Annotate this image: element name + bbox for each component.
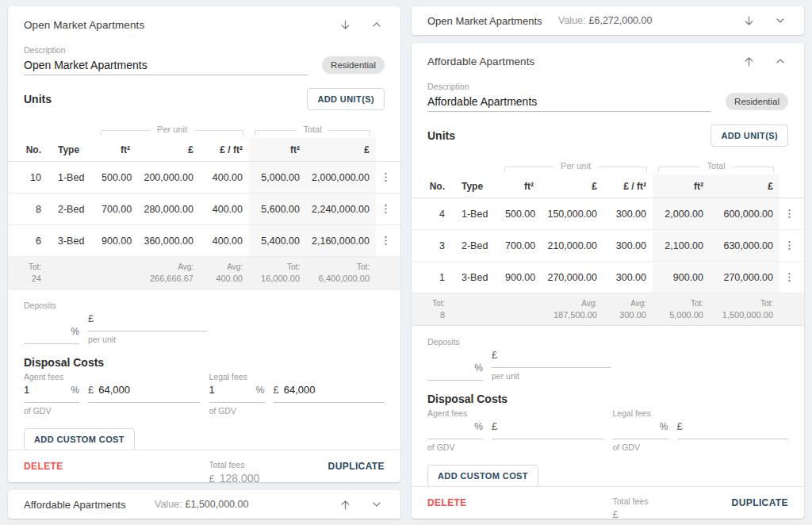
description-label: Description — [24, 45, 308, 55]
duplicate-button[interactable]: DUPLICATE — [732, 497, 788, 508]
percent-suffix: % — [660, 421, 668, 432]
card-body: Description Residential Units ADD UNIT(S… — [412, 71, 804, 486]
duplicate-button[interactable]: DUPLICATE — [328, 461, 385, 472]
units-table: Per unit Total No. Type ft² £ £ / ft² ft… — [412, 155, 804, 326]
pound-prefix: £ — [274, 384, 279, 396]
disposal-costs-heading: Disposal Costs — [24, 356, 104, 369]
description-input[interactable] — [24, 57, 308, 75]
unit-price: 200,000.00 — [136, 172, 200, 183]
col-price-per-ft2: £ / ft² — [200, 144, 249, 155]
move-down-icon[interactable] — [337, 17, 353, 33]
pound-prefix: £ — [88, 384, 94, 396]
chevron-down-icon[interactable] — [369, 496, 385, 512]
card-footer: DELETE DUPLICATE — [8, 450, 400, 482]
unit-price: 280,000.00 — [136, 204, 200, 215]
col-type: Type — [48, 144, 95, 155]
unit-total-ft2: 900.00 — [653, 262, 710, 293]
unit-total-ft2: 5,600.00 — [249, 194, 306, 224]
unit-type: 2-Bed — [48, 204, 95, 215]
card-footer: DELETE DUPLICATE — [412, 486, 804, 519]
move-down-icon[interactable] — [741, 13, 756, 29]
unit-total-price: 270,000.00 — [710, 262, 779, 293]
legal-fees-group: Legal fees % of GDV £ — [613, 408, 789, 452]
deposits-amount-input[interactable] — [502, 349, 611, 361]
description-label: Description — [427, 82, 711, 91]
deposits-amount-input[interactable] — [98, 312, 207, 324]
move-up-icon[interactable] — [741, 53, 756, 69]
card-body: Description Residential Units ADD UNIT(S… — [8, 34, 400, 450]
legal-fees-percent-input[interactable] — [613, 420, 655, 432]
delete-button[interactable]: DELETE — [427, 497, 467, 508]
unit-row: 1 3-Bed 900.00 270,000.00 300.00 900.00 … — [412, 262, 804, 293]
row-menu-icon[interactable] — [376, 225, 396, 256]
delete-button[interactable]: DELETE — [24, 461, 63, 472]
agent-fees-label: Agent fees — [427, 408, 603, 418]
unit-total-price: 2,160,000.00 — [306, 225, 376, 256]
per-unit-group-header: Per unit — [101, 130, 243, 136]
residential-badge: Residential — [726, 93, 788, 110]
of-gdv-hint: of GDV — [613, 443, 668, 452]
col-ft2: ft² — [499, 181, 540, 192]
unit-total-price: 630,000.00 — [710, 230, 779, 261]
move-up-icon[interactable] — [337, 496, 353, 512]
add-custom-cost-button[interactable]: ADD CUSTOM COST — [24, 428, 135, 450]
chevron-down-icon[interactable] — [772, 13, 788, 29]
unit-type: 1-Bed — [48, 172, 95, 183]
percent-suffix: % — [256, 385, 265, 396]
add-units-button[interactable]: ADD UNIT(S) — [710, 125, 788, 147]
add-custom-cost-button[interactable]: ADD CUSTOM COST — [427, 465, 538, 487]
chevron-up-icon[interactable] — [772, 53, 788, 69]
percent-suffix: % — [71, 326, 79, 337]
table-column-headers: No. Type ft² £ £ / ft² ft² £ — [412, 174, 804, 198]
total-group-header: Total — [658, 167, 774, 172]
agent-fees-amount-input[interactable] — [98, 384, 199, 396]
affordable-collapsed-card[interactable]: Affordable Apartments Value: £1,500,000.… — [8, 490, 400, 519]
col-total-price: £ — [306, 138, 376, 161]
unit-no: 10 — [8, 172, 48, 183]
col-total-price: £ — [710, 174, 779, 197]
col-price-per-ft2: £ / ft² — [603, 181, 653, 192]
legal-fees-amount-input[interactable] — [688, 420, 788, 432]
pound-prefix: £ — [88, 312, 94, 324]
unit-total-price: 600,000.00 — [710, 198, 779, 229]
right-column: Open Market Apartments Value: £6,272,000… — [412, 6, 804, 519]
legal-fees-amount-input[interactable] — [284, 384, 385, 396]
chevron-up-icon[interactable] — [369, 17, 385, 33]
unit-ft2: 500.00 — [499, 209, 540, 220]
of-gdv-hint: of GDV — [209, 406, 265, 416]
unit-type: 3-Bed — [48, 236, 95, 247]
legal-fees-percent-input[interactable] — [209, 384, 251, 396]
row-menu-icon[interactable] — [376, 194, 396, 224]
agent-fees-percent-input[interactable] — [24, 384, 66, 396]
deposits-percent-input[interactable] — [24, 325, 66, 337]
value-amount: £1,500,000.00 — [186, 499, 249, 510]
col-price: £ — [136, 144, 200, 155]
units-heading: Units — [427, 129, 455, 142]
legal-fees-group: Legal fees % of GDV £ — [209, 372, 385, 416]
agent-fees-amount-input[interactable] — [502, 420, 603, 432]
per-unit-hint: per unit — [492, 371, 611, 381]
row-menu-icon[interactable] — [779, 230, 799, 261]
units-table: Per unit Total No. Type ft² £ £ / ft² ft… — [8, 118, 400, 289]
unit-total-price: 2,000,000.00 — [306, 162, 376, 193]
deposits-section: Deposits % £ per unit — [24, 301, 385, 344]
description-input[interactable] — [427, 94, 711, 112]
unit-type: 1-Bed — [451, 209, 499, 220]
deposits-percent-input[interactable] — [427, 362, 469, 374]
row-menu-icon[interactable] — [376, 162, 396, 193]
open-market-collapsed-card[interactable]: Open Market Apartments Value: £6,272,000… — [412, 6, 804, 35]
row-menu-icon[interactable] — [779, 198, 799, 229]
unit-no: 8 — [8, 204, 48, 215]
agent-fees-percent-input[interactable] — [427, 420, 469, 432]
unit-row: 4 1-Bed 500.00 150,000.00 300.00 2,000.0… — [412, 198, 804, 230]
unit-row: 6 3-Bed 900.00 360,000.00 400.00 5,400.0… — [8, 225, 400, 257]
add-units-button[interactable]: ADD UNIT(S) — [307, 88, 385, 110]
value-label: Value: — [558, 15, 586, 26]
unit-price-per-ft2: 400.00 — [200, 236, 249, 247]
unit-total-ft2: 2,100.00 — [653, 230, 710, 261]
value-label: Value: — [155, 499, 182, 510]
unit-price-per-ft2: 400.00 — [200, 204, 249, 215]
col-no: No. — [412, 181, 451, 192]
unit-price-per-ft2: 300.00 — [603, 272, 653, 283]
row-menu-icon[interactable] — [779, 262, 799, 293]
